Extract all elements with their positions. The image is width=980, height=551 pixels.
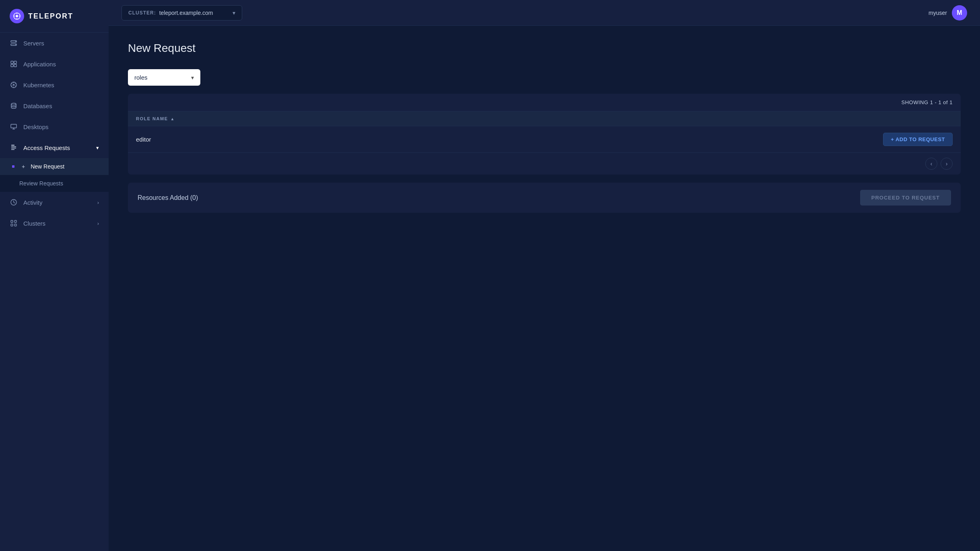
svg-line-21	[15, 84, 16, 84]
showing-prefix: SHOWING	[901, 99, 928, 105]
type-filter-chevron-icon: ▾	[191, 74, 194, 81]
svg-rect-32	[14, 220, 16, 222]
proceed-to-request-button[interactable]: PROCEED TO REQUEST	[860, 190, 951, 206]
svg-point-9	[15, 44, 16, 45]
next-page-button[interactable]: ›	[941, 158, 953, 170]
svg-point-1	[16, 15, 18, 17]
sidebar-item-access-requests-label: Access Requests	[23, 144, 70, 151]
role-name-column-header[interactable]: ROLE NAME ▲	[136, 116, 175, 121]
svg-rect-26	[11, 145, 14, 146]
sidebar-item-servers[interactable]: Servers	[0, 33, 109, 53]
table-row: editor + ADD TO REQUEST	[128, 126, 961, 153]
showing-range: 1 - 1	[930, 99, 942, 105]
sidebar: TELEPORT Servers Applications	[0, 0, 109, 551]
sidebar-item-servers-label: Servers	[23, 40, 44, 47]
sidebar-item-new-request[interactable]: + New Request	[0, 158, 109, 175]
sidebar-item-new-request-icon: +	[22, 163, 25, 170]
page-title: New Request	[128, 42, 961, 55]
sidebar-item-access-requests[interactable]: Access Requests ▾	[0, 137, 109, 158]
add-to-request-button[interactable]: + ADD TO REQUEST	[883, 133, 953, 146]
clusters-chevron: ›	[97, 220, 99, 226]
resources-bar: Resources Added (0) PROCEED TO REQUEST	[128, 183, 961, 213]
logo-icon	[10, 9, 24, 23]
sidebar-item-review-requests-label: Review Requests	[19, 180, 63, 187]
access-requests-chevron: ▾	[96, 145, 99, 151]
svg-line-20	[12, 86, 13, 86]
svg-rect-29	[11, 149, 14, 150]
table-column-headers: ROLE NAME ▲	[128, 111, 961, 126]
sidebar-item-kubernetes-label: Kubernetes	[23, 82, 54, 88]
svg-rect-13	[14, 64, 16, 67]
resources-added-label: Resources Added (0)	[138, 194, 198, 201]
svg-point-8	[15, 41, 16, 42]
username: myuser	[929, 10, 947, 16]
sidebar-item-clusters[interactable]: Clusters ›	[0, 213, 109, 234]
activity-icon	[10, 198, 18, 206]
cluster-value: teleport.example.com	[159, 10, 229, 16]
applications-icon	[10, 60, 18, 68]
type-filter-value: roles	[134, 74, 148, 81]
svg-rect-27	[11, 146, 16, 147]
main-content: CLUSTER: teleport.example.com ▾ myuser M…	[109, 0, 980, 551]
sort-icon: ▲	[171, 117, 175, 121]
prev-page-button[interactable]: ‹	[925, 158, 937, 170]
active-indicator	[12, 165, 14, 168]
svg-rect-10	[11, 61, 13, 64]
sidebar-item-new-request-label: New Request	[31, 163, 64, 170]
sidebar-item-review-requests[interactable]: Review Requests	[0, 175, 109, 192]
kubernetes-icon	[10, 81, 18, 89]
role-name-cell: editor	[136, 136, 883, 143]
clusters-icon	[10, 219, 18, 227]
sidebar-item-databases[interactable]: Databases	[0, 95, 109, 116]
sidebar-item-clusters-label: Clusters	[23, 220, 45, 227]
user-area: myuser M	[929, 5, 967, 21]
access-requests-icon	[10, 144, 18, 152]
access-requests-submenu: + New Request Review Requests	[0, 158, 109, 192]
svg-line-18	[12, 84, 13, 84]
cluster-chevron-icon: ▾	[233, 10, 235, 16]
page-content: New Request roles ▾ SHOWING 1 - 1 of 1 R…	[109, 26, 980, 551]
activity-chevron: ›	[97, 199, 99, 206]
showing-of: of	[943, 99, 948, 105]
databases-icon	[10, 102, 18, 110]
sidebar-item-activity[interactable]: Activity ›	[0, 192, 109, 213]
avatar[interactable]: M	[952, 5, 967, 21]
table-showing-row: SHOWING 1 - 1 of 1	[128, 94, 961, 111]
cluster-label: CLUSTER:	[128, 10, 156, 16]
showing-total: 1	[949, 99, 953, 105]
svg-point-22	[11, 103, 16, 105]
sidebar-item-applications[interactable]: Applications	[0, 53, 109, 74]
svg-rect-23	[11, 124, 16, 128]
svg-line-19	[15, 86, 16, 86]
svg-rect-28	[11, 148, 16, 149]
svg-rect-31	[11, 220, 13, 222]
topbar: CLUSTER: teleport.example.com ▾ myuser M	[109, 0, 980, 26]
svg-point-15	[13, 84, 14, 86]
sidebar-item-databases-label: Databases	[23, 103, 52, 109]
desktops-icon	[10, 123, 18, 131]
sidebar-item-desktops-label: Desktops	[23, 123, 49, 130]
svg-rect-11	[14, 61, 16, 64]
cluster-selector[interactable]: CLUSTER: teleport.example.com ▾	[121, 5, 242, 21]
servers-icon	[10, 39, 18, 47]
type-filter-dropdown[interactable]: roles ▾	[128, 69, 200, 86]
role-name-header-label: ROLE NAME	[136, 116, 168, 121]
showing-text: SHOWING 1 - 1 of 1	[901, 99, 953, 105]
svg-rect-34	[14, 224, 16, 226]
sidebar-item-desktops[interactable]: Desktops	[0, 116, 109, 137]
svg-rect-12	[11, 64, 13, 67]
sidebar-item-activity-label: Activity	[23, 199, 43, 206]
logo[interactable]: TELEPORT	[0, 0, 109, 33]
filter-row: roles ▾	[128, 69, 961, 86]
roles-table: SHOWING 1 - 1 of 1 ROLE NAME ▲ editor + …	[128, 94, 961, 175]
sidebar-item-kubernetes[interactable]: Kubernetes	[0, 74, 109, 95]
svg-rect-33	[11, 224, 13, 226]
pagination-row: ‹ ›	[128, 153, 961, 175]
logo-text: TELEPORT	[28, 12, 73, 21]
sidebar-item-applications-label: Applications	[23, 61, 56, 68]
